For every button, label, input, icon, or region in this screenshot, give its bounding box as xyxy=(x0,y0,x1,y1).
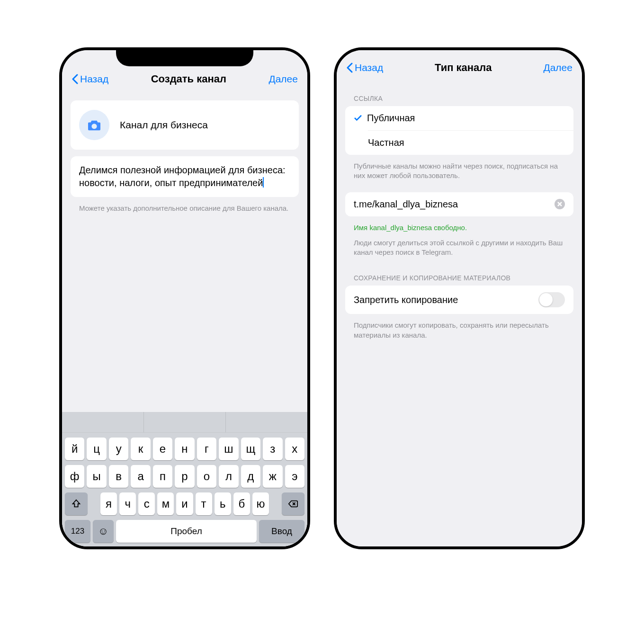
key-ь[interactable]: ь xyxy=(215,492,231,515)
key-с[interactable]: с xyxy=(138,492,155,515)
option-public[interactable]: Публичная xyxy=(345,106,573,130)
back-label: Назад xyxy=(80,73,108,85)
key-о[interactable]: о xyxy=(197,465,216,488)
key-в[interactable]: в xyxy=(109,465,128,488)
link-section-label: ССЫЛКА xyxy=(345,95,573,106)
key-з[interactable]: з xyxy=(263,438,282,460)
phone-create-channel: Назад Создать канал Далее Канал для бизн… xyxy=(59,47,310,549)
channel-name-input[interactable]: Канал для бизнеса xyxy=(120,119,208,131)
option-public-label: Публичная xyxy=(367,113,415,124)
key-у[interactable]: у xyxy=(109,438,128,460)
back-button[interactable]: Назад xyxy=(72,73,108,85)
forbid-copy-toggle[interactable] xyxy=(538,292,565,307)
channel-name-card: Канал для бизнеса xyxy=(71,100,299,150)
key-ш[interactable]: ш xyxy=(219,438,238,460)
link-hint: Люди смогут делиться этой ссылкой с друг… xyxy=(345,238,573,258)
key-ж[interactable]: ж xyxy=(263,465,282,488)
keyboard-autocorrect-bar xyxy=(62,412,307,433)
forbid-copy-label: Запретить копирование xyxy=(354,295,458,305)
back-button[interactable]: Назад xyxy=(346,62,383,73)
visibility-hint: Публичные каналы можно найти через поиск… xyxy=(345,161,573,181)
key-е[interactable]: е xyxy=(153,438,172,460)
keyboard-row-3-letters: ячсмитьбю xyxy=(90,492,279,515)
space-key[interactable]: Пробел xyxy=(116,520,257,543)
key-г[interactable]: г xyxy=(197,438,216,460)
link-input-card: t.me/kanal_dlya_biznesa xyxy=(345,192,573,216)
back-label: Назад xyxy=(355,62,383,73)
next-button[interactable]: Далее xyxy=(543,62,572,73)
copy-section-label: СОХРАНЕНИЕ И КОПИРОВАНИЕ МАТЕРИАЛОВ xyxy=(345,274,573,286)
key-х[interactable]: х xyxy=(285,438,304,460)
key-ц[interactable]: ц xyxy=(87,438,106,460)
key-ч[interactable]: ч xyxy=(119,492,136,515)
page-title: Создать канал xyxy=(151,73,226,85)
key-и[interactable]: и xyxy=(176,492,193,515)
text-cursor xyxy=(263,177,264,188)
key-ы[interactable]: ы xyxy=(87,465,106,488)
keyboard-row-3: ячсмитьбю xyxy=(65,492,304,515)
key-я[interactable]: я xyxy=(100,492,117,515)
key-б[interactable]: б xyxy=(233,492,250,515)
navbar: Назад Создать канал Далее xyxy=(62,50,307,91)
check-icon xyxy=(354,113,367,124)
key-т[interactable]: т xyxy=(196,492,212,515)
page-title: Тип канала xyxy=(435,62,492,74)
description-hint: Можете указать дополнительное описание д… xyxy=(71,204,299,213)
key-щ[interactable]: щ xyxy=(241,438,260,460)
key-п[interactable]: п xyxy=(153,465,172,488)
keyboard-row-1: йцукенгшщзх xyxy=(65,438,304,460)
option-private[interactable]: Частная xyxy=(368,130,573,155)
clear-button[interactable] xyxy=(555,199,565,209)
set-photo-button[interactable] xyxy=(79,110,109,140)
emoji-key[interactable]: ☺ xyxy=(93,520,114,543)
link-input[interactable]: t.me/kanal_dlya_biznesa xyxy=(354,199,555,210)
navbar: Назад Тип канала Далее xyxy=(337,50,582,80)
description-input[interactable]: Делимся полезной информацией для бизнеса… xyxy=(79,165,286,188)
visibility-card: Публичная Частная xyxy=(345,106,573,155)
keyboard-row-2: фывапролджэ xyxy=(65,465,304,488)
chevron-left-icon xyxy=(346,63,353,73)
enter-key[interactable]: Ввод xyxy=(259,520,304,543)
key-ю[interactable]: ю xyxy=(252,492,269,515)
key-р[interactable]: р xyxy=(175,465,194,488)
key-м[interactable]: м xyxy=(157,492,174,515)
phone-channel-type: Назад Тип канала Далее ССЫЛКА Публичная … xyxy=(334,47,585,549)
link-availability: Имя kanal_dlya_biznesa свободно. xyxy=(345,223,573,233)
option-private-label: Частная xyxy=(368,137,404,148)
key-э[interactable]: э xyxy=(285,465,304,488)
camera-icon xyxy=(87,119,101,131)
forbid-copy-row: Запретить копирование xyxy=(345,286,573,314)
copy-hint: Подписчики смогут копировать, сохранять … xyxy=(345,321,573,340)
key-ф[interactable]: ф xyxy=(65,465,84,488)
shift-key[interactable] xyxy=(65,492,88,515)
keyboard: йцукенгшщзх фывапролджэ ячсмитьбю 123 ☺ … xyxy=(62,412,307,546)
chevron-left-icon xyxy=(72,74,78,84)
close-icon xyxy=(557,202,562,206)
numeric-key[interactable]: 123 xyxy=(65,520,90,543)
key-л[interactable]: л xyxy=(219,465,238,488)
key-й[interactable]: й xyxy=(65,438,84,460)
key-а[interactable]: а xyxy=(131,465,150,488)
description-card[interactable]: Делимся полезной информацией для бизнеса… xyxy=(71,156,299,197)
backspace-key[interactable] xyxy=(282,492,304,515)
key-н[interactable]: н xyxy=(175,438,194,460)
key-д[interactable]: д xyxy=(241,465,260,488)
next-button[interactable]: Далее xyxy=(268,73,298,85)
key-к[interactable]: к xyxy=(131,438,150,460)
